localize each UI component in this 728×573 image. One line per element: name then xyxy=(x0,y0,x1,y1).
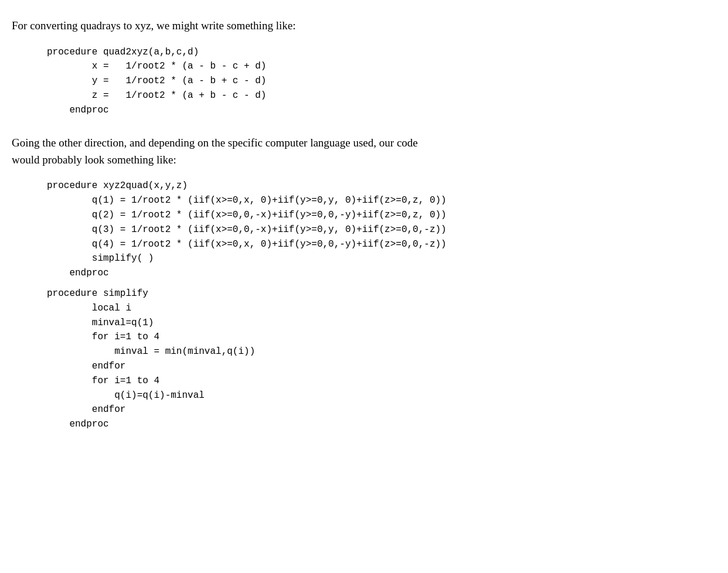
code-block-2: procedure xyz2quad(x,y,z) q(1) = 1/root2… xyxy=(47,179,716,281)
section-intro2: Going the other direction, and depending… xyxy=(12,135,716,432)
code-line: endfor xyxy=(47,403,716,417)
code-line: procedure quad2xyz(a,b,c,d) xyxy=(47,45,716,60)
code-line: z = 1/root2 * (a + b - c - d) xyxy=(47,88,716,103)
code-line: for i=1 to 4 xyxy=(47,330,716,345)
code-line: minval = min(minval,q(i)) xyxy=(47,345,716,359)
code-line: q(4) = 1/root2 * (iif(x>=0,x, 0)+iif(y>=… xyxy=(47,237,716,252)
code-line: endproc xyxy=(47,103,716,118)
code-line: q(2) = 1/root2 * (iif(x>=0,0,-x)+iif(y>=… xyxy=(47,208,716,223)
code-line: q(i)=q(i)-minval xyxy=(47,388,716,403)
code-block-1: procedure quad2xyz(a,b,c,d) x = 1/root2 … xyxy=(47,45,716,118)
code-line: endproc xyxy=(47,266,716,281)
code-line: y = 1/root2 * (a - b + c - d) xyxy=(47,74,716,88)
code-line: minval=q(1) xyxy=(47,316,716,330)
section-intro1: For converting quadrays to xyz, we might… xyxy=(12,18,716,117)
code-line: for i=1 to 4 xyxy=(47,374,716,388)
code-line: procedure xyz2quad(x,y,z) xyxy=(47,179,716,193)
code-line: local i xyxy=(47,301,716,316)
code-block-3: procedure simplify local i minval=q(1) f… xyxy=(47,286,716,432)
code-line: procedure simplify xyxy=(47,286,716,301)
code-line: q(1) = 1/root2 * (iif(x>=0,x, 0)+iif(y>=… xyxy=(47,193,716,208)
code-line: x = 1/root2 * (a - b - c + d) xyxy=(47,59,716,74)
code-line: endfor xyxy=(47,359,716,374)
code-line: q(3) = 1/root2 * (iif(x>=0,0,-x)+iif(y>=… xyxy=(47,223,716,237)
code-line: simplify( ) xyxy=(47,251,716,266)
code-line: endproc xyxy=(47,417,716,432)
intro-text-2: Going the other direction, and depending… xyxy=(12,135,716,168)
intro-text-1: For converting quadrays to xyz, we might… xyxy=(12,18,716,35)
